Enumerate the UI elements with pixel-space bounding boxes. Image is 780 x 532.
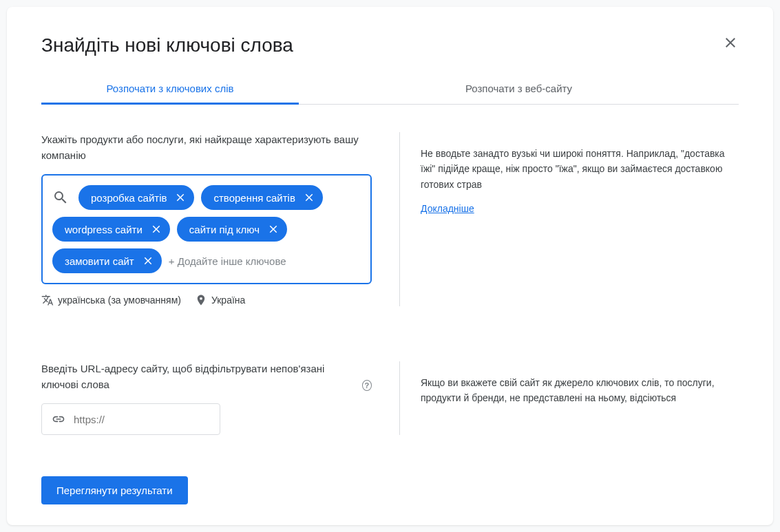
language-setting[interactable]: українська (за умовчанням) [41, 294, 181, 306]
learn-more-link[interactable]: Докладніше [421, 203, 474, 214]
keywords-left: Укажіть продукти або послуги, які найкра… [41, 132, 372, 306]
close-icon [174, 191, 187, 204]
chip-remove-button[interactable] [173, 191, 187, 204]
tab-website[interactable]: Розпочати з веб-сайту [299, 73, 739, 104]
chip-remove-button[interactable] [141, 254, 155, 268]
close-button[interactable] [722, 34, 739, 51]
keyword-chip[interactable]: wordpress сайти [52, 217, 170, 242]
tabs: Розпочати з ключових слів Розпочати з ве… [41, 73, 739, 105]
keyword-input-box[interactable]: розробка сайтів створення сайтів wordpre… [41, 174, 372, 284]
keywords-help-text: Не вводьте занадто вузькі чи широкі поня… [421, 146, 739, 192]
keyword-chip[interactable]: створення сайтів [201, 185, 322, 210]
url-help: Якщо ви вкажете свій сайт як джерело клю… [399, 361, 739, 435]
keywords-row: Укажіть продукти або послуги, які найкра… [41, 132, 739, 306]
chip-label: розробка сайтів [91, 192, 167, 204]
keywords-help: Не вводьте занадто вузькі чи широкі поня… [399, 132, 739, 306]
url-row: Введіть URL-адресу сайту, щоб відфільтру… [41, 361, 739, 435]
close-icon [303, 191, 315, 204]
chip-label: створення сайтів [213, 192, 295, 204]
location-label: Україна [211, 295, 245, 306]
url-left: Введіть URL-адресу сайту, щоб відфільтру… [41, 361, 372, 435]
search-icon [52, 189, 69, 206]
keyword-chip[interactable]: сайти під ключ [177, 217, 287, 242]
location-setting[interactable]: Україна [195, 294, 245, 306]
url-label: Введіть URL-адресу сайту, щоб відфільтру… [41, 361, 372, 392]
chip-remove-button[interactable] [149, 222, 163, 236]
keyword-chip[interactable]: замовити сайт [52, 248, 162, 273]
keyword-planner-dialog: Знайдіть нові ключові слова Розпочати з … [7, 7, 773, 525]
close-icon [150, 223, 162, 235]
url-input-wrapper[interactable] [41, 403, 220, 435]
close-icon [722, 34, 739, 51]
link-icon [52, 412, 65, 426]
language-label: українська (за умовчанням) [58, 295, 181, 306]
dialog-title: Знайдіть нові ключові слова [41, 34, 739, 56]
url-input[interactable] [74, 414, 210, 425]
url-help-text: Якщо ви вкажете свій сайт як джерело клю… [421, 375, 739, 406]
chip-remove-button[interactable] [266, 222, 280, 236]
help-icon[interactable]: ? [362, 380, 372, 391]
translate-icon [41, 294, 54, 306]
close-icon [142, 255, 154, 267]
keywords-label: Укажіть продукти або послуги, які найкра… [41, 132, 372, 163]
keyword-chip[interactable]: розробка сайтів [78, 185, 194, 210]
tab-keywords[interactable]: Розпочати з ключових слів [41, 73, 299, 104]
chip-label: wordpress сайти [65, 224, 143, 235]
view-results-button[interactable]: Переглянути результати [41, 476, 188, 504]
close-icon [267, 223, 280, 235]
location-icon [195, 294, 207, 306]
targeting-settings: українська (за умовчанням) Україна [41, 294, 372, 306]
chip-remove-button[interactable] [302, 191, 316, 204]
url-label-text: Введіть URL-адресу сайту, щоб відфільтру… [41, 361, 358, 392]
chip-label: замовити сайт [65, 255, 134, 267]
add-keyword-placeholder[interactable]: + Додайте інше ключове [169, 250, 286, 273]
chip-label: сайти під ключ [189, 224, 260, 235]
